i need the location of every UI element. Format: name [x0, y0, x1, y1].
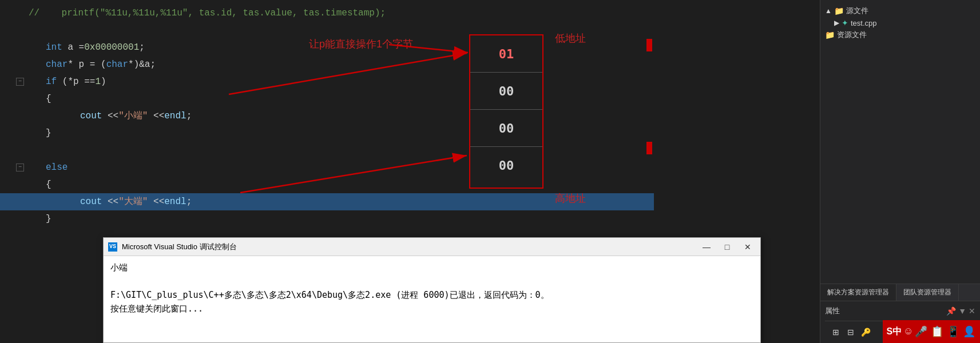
console-output-xiaoduan: 小端 [110, 261, 753, 274]
code-text: * p = ( [68, 56, 106, 73]
prop-icon-key[interactable]: 🔑 [859, 326, 872, 338]
sidebar-tabs: 解决方案资源管理器 团队资源管理器 [820, 284, 980, 301]
sidebar-tree-sources[interactable]: ▲ 📁 源文件 [820, 5, 980, 17]
tab-solution-explorer[interactable]: 解决方案资源管理器 [820, 284, 896, 301]
fold-marker2[interactable]: − [16, 163, 24, 172]
console-controls: — □ ✕ [699, 240, 756, 254]
folder-icon: 📁 [834, 6, 844, 15]
code-brace: } [46, 210, 51, 228]
taskbar-phone-icon[interactable]: 📱 [947, 325, 959, 338]
code-brace: } [46, 125, 51, 142]
chevron-icon[interactable]: ▼ [958, 306, 966, 316]
keyword-else: else [46, 159, 68, 176]
keyword-char: char [46, 56, 68, 73]
code-text: ; [139, 39, 145, 56]
sidebar-item-label: 源文件 [846, 6, 868, 16]
code-number: 0x00000001 [84, 39, 139, 56]
sidebar-tree-testcpp[interactable]: ▶ ✦ test.cpp [820, 17, 980, 29]
code-line: // printf("%11u,%11u,%11u", tas.id, tas.… [0, 5, 820, 22]
code-line [0, 22, 820, 39]
keyword-if: if [46, 73, 57, 90]
keyword-int: int [46, 39, 62, 56]
sidebar-item-label2: test.cpp [851, 19, 877, 27]
prop-icon-2[interactable]: ⊟ [844, 326, 857, 338]
console-app-icon: VS [108, 242, 117, 252]
code-var4: endl [164, 193, 186, 210]
code-line: } [0, 210, 820, 228]
code-content: // printf("%11u,%11u,%11u", tas.id, tas.… [0, 5, 820, 228]
sidebar-tree-resources[interactable]: 📁 资源文件 [820, 29, 980, 41]
taskbar-emoji-icon[interactable]: ☺ [905, 326, 911, 337]
code-line: − if (*p == 1 ) [0, 73, 820, 90]
code-line: char * p = ( char *)&a; [0, 56, 820, 73]
code-var: cout [80, 107, 102, 125]
code-var3: cout [80, 193, 102, 210]
console-maximize-button[interactable]: □ [719, 240, 735, 254]
code-text: << [102, 193, 118, 210]
console-output-blank [110, 274, 753, 288]
code-text: ; [187, 193, 192, 210]
console-close-button[interactable]: ✕ [740, 240, 756, 254]
console-titlebar: VS Microsoft Visual Studio 调试控制台 — □ ✕ [104, 238, 760, 256]
properties-header: 属性 📌 ▼ ✕ [825, 304, 975, 318]
code-line [0, 142, 820, 159]
code-string2: "大端" [118, 193, 148, 210]
sidebar-item-label3: 资源文件 [837, 30, 867, 40]
code-line: − else [0, 159, 820, 176]
taskbar-user-icon[interactable]: 👤 [963, 325, 975, 338]
code-text: *)&a; [128, 56, 156, 73]
tree-arrow-icon: ▲ [825, 7, 832, 15]
properties-label: 属性 [825, 306, 840, 316]
code-text: ; [187, 107, 192, 125]
code-line-highlighted: cout << "大端" << endl ; [0, 193, 654, 210]
code-text: << [102, 107, 118, 125]
code-text: << [148, 107, 164, 125]
code-text: a = [62, 39, 84, 56]
console-output-path: F:\GIT\C_plus_plus\C++多态\多态\多态2\x64\Debu… [110, 288, 753, 302]
code-line: { [0, 90, 820, 107]
keyword-char2: char [106, 56, 128, 73]
console-content: 小端 F:\GIT\C_plus_plus\C++多态\多态\多态2\x64\D… [104, 256, 760, 342]
pin-icon[interactable]: 📌 [946, 306, 956, 316]
close-icon[interactable]: ✕ [969, 306, 975, 316]
sidebar-top: ▲ 📁 源文件 ▶ ✦ test.cpp 📁 资源文件 [820, 0, 980, 284]
code-brace: { [46, 176, 51, 193]
code-number: 1 [95, 73, 101, 90]
cpp-file-icon: ✦ [842, 18, 848, 27]
taskbar-icons: S中 ☺ 🎤 📋 📱 👤 [883, 320, 980, 343]
code-text: << [148, 193, 164, 210]
taskbar-clipboard-icon[interactable]: 📋 [931, 325, 943, 338]
code-string: "小端" [118, 107, 148, 125]
prop-icon-1[interactable]: ⊞ [830, 326, 842, 338]
code-var2: endl [164, 107, 186, 125]
code-comment: // printf("%11u,%11u,%11u", tas.id, tas.… [29, 5, 386, 22]
properties-header-controls: 📌 ▼ ✕ [946, 306, 975, 316]
console-output-presskey: 按任意键关闭此窗口... [110, 302, 753, 316]
code-line: int a = 0x00000001 ; [0, 39, 820, 56]
taskbar-mic-icon[interactable]: 🎤 [915, 325, 927, 338]
code-line: } [0, 125, 820, 142]
code-line: cout << "小端" << endl ; [0, 107, 820, 125]
code-brace: { [46, 90, 51, 107]
code-text: ) [101, 73, 106, 90]
tree-arrow-icon2: ▶ [834, 19, 839, 27]
code-line: { [0, 176, 820, 193]
console-minimize-button[interactable]: — [699, 240, 715, 254]
taskbar-s-icon[interactable]: S中 [887, 326, 902, 338]
tab-team-explorer[interactable]: 团队资源管理器 [896, 284, 959, 301]
console-title: Microsoft Visual Studio 调试控制台 [122, 242, 699, 252]
sidebar: ▲ 📁 源文件 ▶ ✦ test.cpp 📁 资源文件 解决方案资源管理器 团队… [820, 0, 980, 343]
folder-icon2: 📁 [825, 30, 835, 39]
code-text: (*p == [57, 73, 95, 90]
fold-marker[interactable]: − [16, 78, 24, 86]
debug-console: VS Microsoft Visual Studio 调试控制台 — □ ✕ 小… [103, 237, 761, 343]
